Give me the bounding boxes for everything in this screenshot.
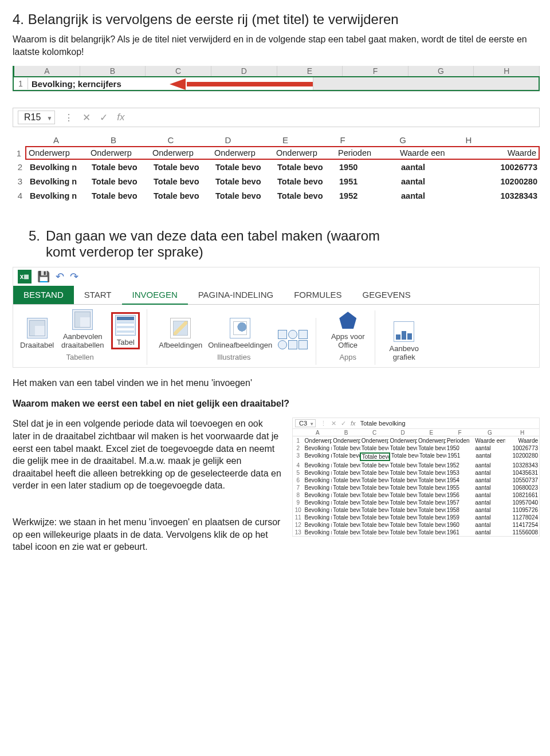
- column-header[interactable]: H: [505, 430, 539, 436]
- row-number[interactable]: 4: [293, 462, 304, 468]
- cell[interactable]: 10328343: [466, 191, 540, 200]
- cancel-icon[interactable]: ✕: [82, 112, 91, 124]
- cell[interactable]: Totale bevo: [213, 177, 275, 186]
- cell[interactable]: 1951: [337, 177, 399, 186]
- cell[interactable]: Onderwerp: [388, 438, 417, 444]
- cell[interactable]: 10550737: [505, 477, 539, 483]
- cell[interactable]: Totale bevo: [388, 485, 417, 491]
- row-number[interactable]: 4: [13, 191, 28, 200]
- name-box-mini[interactable]: C3▼: [295, 419, 316, 427]
- cell[interactable]: Totale bevo: [151, 177, 213, 186]
- column-header[interactable]: F: [343, 66, 408, 76]
- cell[interactable]: Totale bevo: [332, 452, 360, 461]
- cell[interactable]: aantal: [474, 445, 505, 451]
- column-header[interactable]: G: [474, 430, 505, 436]
- cell[interactable]: Bevolking n: [304, 477, 332, 483]
- row-number[interactable]: 8: [293, 492, 304, 498]
- cell[interactable]: Totale bevo: [388, 477, 417, 483]
- cell[interactable]: Waarde een: [474, 438, 505, 444]
- cell[interactable]: Totale bevo: [418, 452, 446, 461]
- cell[interactable]: Totale bevo: [332, 462, 360, 468]
- cell[interactable]: Bevolking n: [304, 492, 332, 498]
- cell[interactable]: aantal: [474, 462, 505, 468]
- cell[interactable]: Totale bevo: [417, 477, 446, 483]
- column-header[interactable]: D: [211, 66, 277, 76]
- cell[interactable]: Totale bevo: [388, 492, 417, 498]
- row-number[interactable]: 6: [293, 477, 304, 483]
- cell[interactable]: Totale bevo: [213, 191, 275, 200]
- pivot-table-button[interactable]: Draaitabel: [20, 318, 54, 349]
- cell[interactable]: Totale bevo: [89, 177, 151, 186]
- cell[interactable]: 11095726: [505, 507, 539, 513]
- cell[interactable]: Totale bevo: [360, 514, 389, 521]
- ribbon-tab-invoegen[interactable]: INVOEGEN: [122, 286, 188, 305]
- shapes-button[interactable]: [278, 330, 309, 349]
- cell[interactable]: Onderwerp: [360, 438, 389, 444]
- cell[interactable]: Totale bevo: [360, 522, 389, 528]
- column-header[interactable]: D: [388, 430, 417, 436]
- cell[interactable]: 1950: [337, 163, 399, 172]
- ribbon-tab-bestand[interactable]: BESTAND: [13, 286, 74, 304]
- undo-icon[interactable]: ↶: [56, 270, 64, 283]
- cell[interactable]: 10026773: [505, 445, 539, 451]
- apps-button[interactable]: Apps voor Office: [328, 310, 368, 349]
- cell[interactable]: 1950: [446, 445, 474, 451]
- column-header[interactable]: C: [146, 66, 211, 76]
- cell[interactable]: Totale bevo: [390, 452, 418, 461]
- cell[interactable]: Totale bevo: [332, 485, 360, 491]
- cell[interactable]: Totale bevo: [388, 522, 417, 528]
- cell[interactable]: Totale bevo: [332, 470, 360, 476]
- cell[interactable]: 1960: [446, 522, 474, 528]
- row-number[interactable]: 10: [293, 507, 304, 513]
- cell[interactable]: Totale bevo: [360, 462, 389, 468]
- cell[interactable]: aantal: [474, 529, 505, 536]
- cell[interactable]: Totale bevo: [275, 163, 337, 172]
- cell[interactable]: Bevolking n: [28, 163, 89, 172]
- online-pictures-button[interactable]: Onlineafbeeldingen: [208, 318, 272, 349]
- cell[interactable]: Bevolking n: [303, 452, 331, 461]
- cell[interactable]: Onderwerp: [417, 438, 446, 444]
- cell[interactable]: Totale bevo: [417, 507, 446, 513]
- cell[interactable]: Totale bevo: [388, 499, 417, 506]
- cell[interactable]: Onderwerp: [26, 148, 88, 158]
- cell[interactable]: Totale bevo: [360, 452, 390, 461]
- cell[interactable]: Totale bevo: [213, 163, 275, 172]
- column-header[interactable]: G: [371, 134, 434, 146]
- cell[interactable]: Totale bevo: [417, 529, 446, 536]
- cell[interactable]: Totale bevo: [151, 163, 213, 172]
- column-header[interactable]: A: [304, 430, 332, 436]
- cell[interactable]: Bevolking n: [304, 485, 332, 491]
- column-header[interactable]: E: [257, 134, 314, 146]
- cell[interactable]: Totale bevo: [388, 470, 417, 476]
- recommended-chart-button[interactable]: Aanbevo grafiek: [387, 321, 421, 361]
- cell[interactable]: 1953: [446, 470, 474, 476]
- cell[interactable]: Totale bevo: [388, 462, 417, 468]
- cell[interactable]: Totale bevo: [89, 163, 151, 172]
- cell[interactable]: 10821661: [505, 492, 539, 498]
- cell[interactable]: Totale bevo: [417, 499, 446, 506]
- cell[interactable]: 1961: [446, 529, 474, 536]
- row-number[interactable]: 9: [293, 499, 304, 506]
- cell[interactable]: Bevolking n: [28, 191, 89, 200]
- row-number[interactable]: 2: [13, 162, 28, 172]
- cell[interactable]: Bevolking n: [28, 177, 89, 186]
- cell[interactable]: Totale bevo: [332, 522, 360, 528]
- ribbon-tab-gegevens[interactable]: GEGEVENS: [352, 286, 421, 304]
- cell[interactable]: Totale bevo: [388, 514, 417, 521]
- row-number[interactable]: 3: [293, 452, 303, 461]
- cell[interactable]: Totale bevo: [360, 499, 389, 506]
- cell[interactable]: Waarde: [505, 438, 539, 444]
- cell[interactable]: Totale bevo: [417, 522, 446, 528]
- cell[interactable]: Totale bevo: [360, 492, 389, 498]
- cell[interactable]: Bevolking n: [304, 507, 332, 513]
- column-header[interactable]: F: [314, 134, 371, 146]
- cell[interactable]: 1952: [337, 191, 399, 200]
- cell[interactable]: Totale bevo: [388, 445, 417, 451]
- cell[interactable]: Onderwerp: [274, 148, 336, 158]
- cell[interactable]: Totale bevo: [417, 514, 446, 521]
- column-header[interactable]: E: [277, 66, 343, 76]
- cell[interactable]: aantal: [474, 492, 505, 498]
- column-header[interactable]: [293, 430, 304, 436]
- enter-icon[interactable]: ✓: [100, 112, 108, 124]
- cell[interactable]: 11556008: [505, 529, 539, 536]
